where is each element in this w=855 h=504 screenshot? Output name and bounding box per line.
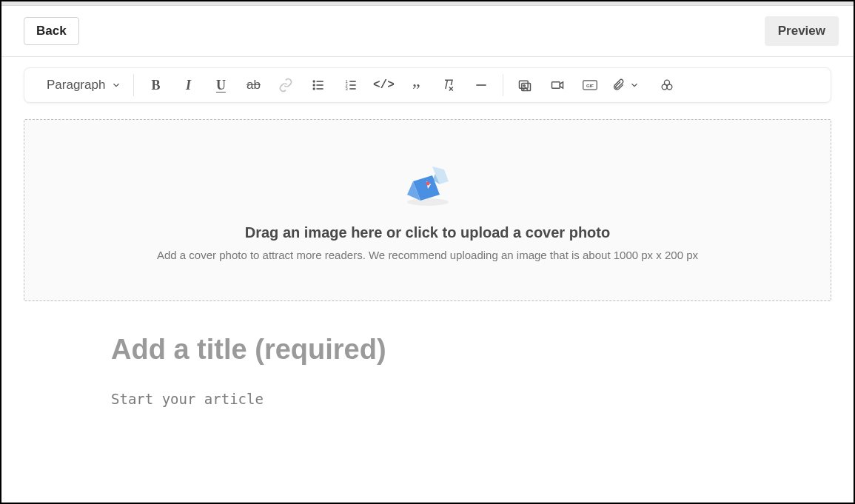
bullet-list-button[interactable] — [307, 74, 329, 96]
horizontal-rule-button[interactable] — [470, 74, 492, 96]
image-button[interactable] — [514, 74, 536, 96]
back-button[interactable]: Back — [24, 17, 79, 45]
editor-body — [1, 301, 854, 410]
svg-text:GIF: GIF — [586, 83, 594, 88]
quote-icon: ” — [412, 86, 420, 93]
video-button[interactable] — [546, 74, 569, 96]
preview-button[interactable]: Preview — [765, 16, 839, 46]
horizontal-rule-icon — [474, 78, 489, 93]
svg-point-23 — [407, 198, 449, 206]
underline-icon: U — [216, 78, 226, 93]
overlapping-circles-icon — [660, 78, 674, 93]
strikethrough-button[interactable]: ab — [242, 74, 264, 96]
gif-button[interactable]: GIF — [579, 74, 601, 96]
cover-photo-section: Drag an image here or click to upload a … — [1, 103, 854, 301]
clear-formatting-button[interactable] — [437, 74, 460, 96]
svg-text:3: 3 — [346, 87, 348, 91]
upload-illustration-icon — [398, 159, 457, 208]
svg-rect-13 — [520, 81, 529, 88]
italic-icon: I — [186, 78, 191, 93]
article-body-input[interactable] — [111, 391, 674, 407]
quote-button[interactable]: ” — [405, 74, 427, 96]
bold-button[interactable]: B — [144, 74, 167, 96]
svg-point-22 — [667, 84, 672, 90]
block-style-label: Paragraph — [47, 78, 105, 93]
app-frame: Back Preview Paragraph B I U ab — [0, 0, 855, 504]
svg-point-29 — [426, 181, 429, 185]
toolbar-group-media: GIF — [503, 74, 688, 96]
svg-point-15 — [523, 85, 525, 87]
image-icon — [517, 78, 532, 93]
bold-icon: B — [151, 78, 160, 93]
link-icon — [278, 78, 293, 93]
chevron-down-icon — [111, 80, 121, 90]
clear-formatting-icon — [441, 78, 456, 93]
dropzone-subtitle: Add a cover photo to attract more reader… — [157, 249, 698, 261]
chevron-down-icon — [629, 80, 640, 90]
italic-button[interactable]: I — [177, 74, 199, 96]
article-title-input[interactable] — [111, 334, 674, 366]
dropzone-title: Drag an image here or click to upload a … — [245, 224, 610, 241]
code-icon: </> — [373, 78, 395, 92]
svg-point-21 — [663, 84, 668, 90]
cover-photo-dropzone[interactable]: Drag an image here or click to upload a … — [24, 119, 831, 301]
block-style-dropdown[interactable]: Paragraph — [45, 75, 123, 95]
video-icon — [550, 78, 565, 93]
bullet-list-icon — [311, 78, 326, 93]
svg-point-3 — [314, 81, 315, 82]
numbered-list-button[interactable]: 123 — [340, 74, 362, 96]
attachment-dropdown[interactable] — [611, 78, 640, 93]
paperclip-icon — [611, 78, 625, 93]
link-button[interactable] — [275, 74, 297, 96]
strikethrough-icon: ab — [247, 78, 261, 93]
toolbar-group-block: Paragraph — [35, 75, 133, 95]
svg-point-4 — [314, 84, 315, 86]
svg-rect-16 — [552, 82, 560, 88]
gif-icon: GIF — [583, 78, 597, 93]
toolbar-group-inline: B I U ab 123 </> ” — [134, 74, 503, 96]
editor-toolbar: Paragraph B I U ab 123 </> — [24, 67, 831, 103]
numbered-list-icon: 123 — [343, 78, 358, 93]
mention-button[interactable] — [656, 74, 678, 96]
header-bar: Back Preview — [1, 6, 854, 57]
svg-point-5 — [314, 88, 315, 90]
toolbar-container: Paragraph B I U ab 123 </> — [1, 57, 854, 103]
underline-button[interactable]: U — [209, 74, 232, 96]
code-button[interactable]: </> — [372, 74, 395, 96]
